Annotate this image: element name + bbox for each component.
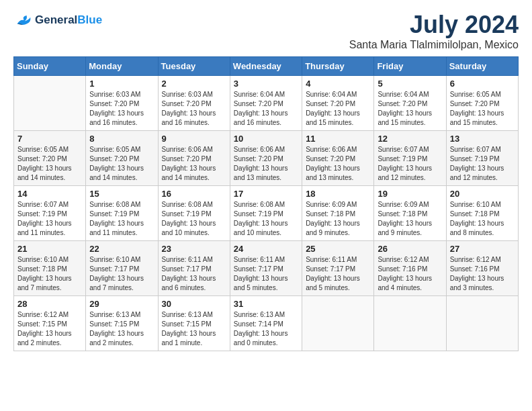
calendar-week-row: 1Sunrise: 6:03 AM Sunset: 7:20 PM Daylig… <box>14 76 519 131</box>
calendar-cell: 21Sunrise: 6:10 AM Sunset: 7:18 PM Dayli… <box>14 241 86 296</box>
calendar-cell: 18Sunrise: 6:09 AM Sunset: 7:18 PM Dayli… <box>302 186 374 241</box>
day-number: 16 <box>162 189 226 199</box>
day-info: Sunrise: 6:11 AM Sunset: 7:17 PM Dayligh… <box>162 255 226 293</box>
day-info: Sunrise: 6:04 AM Sunset: 7:20 PM Dayligh… <box>306 90 370 128</box>
day-number: 24 <box>234 244 298 254</box>
day-info: Sunrise: 6:08 AM Sunset: 7:19 PM Dayligh… <box>234 200 298 238</box>
calendar-cell: 28Sunrise: 6:12 AM Sunset: 7:15 PM Dayli… <box>14 296 86 351</box>
calendar-table: SundayMondayTuesdayWednesdayThursdayFrid… <box>13 56 519 351</box>
day-info: Sunrise: 6:09 AM Sunset: 7:18 PM Dayligh… <box>378 200 442 238</box>
day-info: Sunrise: 6:13 AM Sunset: 7:15 PM Dayligh… <box>89 310 154 348</box>
day-number: 5 <box>378 79 442 89</box>
day-number: 8 <box>89 134 154 144</box>
day-number: 11 <box>306 134 370 144</box>
day-info: Sunrise: 6:05 AM Sunset: 7:20 PM Dayligh… <box>17 145 82 183</box>
day-header-monday: Monday <box>86 57 158 76</box>
day-info: Sunrise: 6:06 AM Sunset: 7:20 PM Dayligh… <box>306 145 370 183</box>
day-number: 21 <box>17 244 82 254</box>
day-number: 27 <box>450 244 515 254</box>
calendar-cell: 14Sunrise: 6:07 AM Sunset: 7:19 PM Dayli… <box>14 186 86 241</box>
calendar-cell: 11Sunrise: 6:06 AM Sunset: 7:20 PM Dayli… <box>302 131 374 186</box>
day-number: 1 <box>89 79 154 89</box>
calendar-cell: 6Sunrise: 6:05 AM Sunset: 7:20 PM Daylig… <box>446 76 518 131</box>
day-number: 12 <box>378 134 442 144</box>
day-number: 9 <box>162 134 226 144</box>
day-number: 15 <box>89 189 154 199</box>
calendar-cell <box>302 296 374 351</box>
day-info: Sunrise: 6:11 AM Sunset: 7:17 PM Dayligh… <box>234 255 298 293</box>
calendar-cell: 9Sunrise: 6:06 AM Sunset: 7:20 PM Daylig… <box>158 131 230 186</box>
day-number: 20 <box>450 189 515 199</box>
calendar-cell: 8Sunrise: 6:05 AM Sunset: 7:20 PM Daylig… <box>86 131 158 186</box>
calendar-cell: 12Sunrise: 6:07 AM Sunset: 7:19 PM Dayli… <box>374 131 446 186</box>
calendar-cell: 4Sunrise: 6:04 AM Sunset: 7:20 PM Daylig… <box>302 76 374 131</box>
day-number: 31 <box>234 299 298 309</box>
day-number: 25 <box>306 244 370 254</box>
day-info: Sunrise: 6:04 AM Sunset: 7:20 PM Dayligh… <box>378 90 442 128</box>
calendar-cell: 27Sunrise: 6:12 AM Sunset: 7:16 PM Dayli… <box>446 241 518 296</box>
calendar-cell: 3Sunrise: 6:04 AM Sunset: 7:20 PM Daylig… <box>230 76 302 131</box>
page-header: GeneralBlue July 2024 Santa Maria Tlalmi… <box>13 11 519 51</box>
title-section: July 2024 Santa Maria Tlalmimilolpan, Me… <box>349 11 519 51</box>
calendar-week-row: 28Sunrise: 6:12 AM Sunset: 7:15 PM Dayli… <box>14 296 519 351</box>
day-number: 13 <box>450 134 515 144</box>
calendar-cell: 26Sunrise: 6:12 AM Sunset: 7:16 PM Dayli… <box>374 241 446 296</box>
calendar-cell: 30Sunrise: 6:13 AM Sunset: 7:15 PM Dayli… <box>158 296 230 351</box>
day-header-sunday: Sunday <box>14 57 86 76</box>
day-number: 10 <box>234 134 298 144</box>
calendar-week-row: 21Sunrise: 6:10 AM Sunset: 7:18 PM Dayli… <box>14 241 519 296</box>
logo-icon <box>13 11 32 30</box>
calendar-cell: 13Sunrise: 6:07 AM Sunset: 7:19 PM Dayli… <box>446 131 518 186</box>
day-number: 4 <box>306 79 370 89</box>
day-info: Sunrise: 6:13 AM Sunset: 7:15 PM Dayligh… <box>162 310 226 348</box>
day-header-wednesday: Wednesday <box>230 57 302 76</box>
day-number: 6 <box>450 79 515 89</box>
calendar-week-row: 7Sunrise: 6:05 AM Sunset: 7:20 PM Daylig… <box>14 131 519 186</box>
day-number: 23 <box>162 244 226 254</box>
location-subtitle: Santa Maria Tlalmimilolpan, Mexico <box>349 39 519 51</box>
day-info: Sunrise: 6:09 AM Sunset: 7:18 PM Dayligh… <box>306 200 370 238</box>
day-info: Sunrise: 6:07 AM Sunset: 7:19 PM Dayligh… <box>378 145 442 183</box>
day-info: Sunrise: 6:08 AM Sunset: 7:19 PM Dayligh… <box>89 200 154 238</box>
calendar-week-row: 14Sunrise: 6:07 AM Sunset: 7:19 PM Dayli… <box>14 186 519 241</box>
calendar-cell: 31Sunrise: 6:13 AM Sunset: 7:14 PM Dayli… <box>230 296 302 351</box>
day-info: Sunrise: 6:12 AM Sunset: 7:16 PM Dayligh… <box>378 255 442 293</box>
day-info: Sunrise: 6:07 AM Sunset: 7:19 PM Dayligh… <box>450 145 515 183</box>
calendar-cell: 5Sunrise: 6:04 AM Sunset: 7:20 PM Daylig… <box>374 76 446 131</box>
calendar-cell: 16Sunrise: 6:08 AM Sunset: 7:19 PM Dayli… <box>158 186 230 241</box>
day-info: Sunrise: 6:10 AM Sunset: 7:18 PM Dayligh… <box>17 255 82 293</box>
month-title: July 2024 <box>349 11 519 39</box>
calendar-cell <box>14 76 86 131</box>
day-info: Sunrise: 6:12 AM Sunset: 7:15 PM Dayligh… <box>17 310 82 348</box>
day-info: Sunrise: 6:10 AM Sunset: 7:17 PM Dayligh… <box>89 255 154 293</box>
day-number: 17 <box>234 189 298 199</box>
day-info: Sunrise: 6:10 AM Sunset: 7:18 PM Dayligh… <box>450 200 515 238</box>
calendar-cell: 7Sunrise: 6:05 AM Sunset: 7:20 PM Daylig… <box>14 131 86 186</box>
day-number: 18 <box>306 189 370 199</box>
calendar-cell <box>446 296 518 351</box>
day-number: 22 <box>89 244 154 254</box>
calendar-cell: 25Sunrise: 6:11 AM Sunset: 7:17 PM Dayli… <box>302 241 374 296</box>
day-info: Sunrise: 6:04 AM Sunset: 7:20 PM Dayligh… <box>234 90 298 128</box>
day-number: 19 <box>378 189 442 199</box>
day-info: Sunrise: 6:08 AM Sunset: 7:19 PM Dayligh… <box>162 200 226 238</box>
day-header-saturday: Saturday <box>446 57 518 76</box>
calendar-cell: 17Sunrise: 6:08 AM Sunset: 7:19 PM Dayli… <box>230 186 302 241</box>
day-info: Sunrise: 6:12 AM Sunset: 7:16 PM Dayligh… <box>450 255 515 293</box>
calendar-cell: 1Sunrise: 6:03 AM Sunset: 7:20 PM Daylig… <box>86 76 158 131</box>
day-number: 2 <box>162 79 226 89</box>
calendar-cell: 23Sunrise: 6:11 AM Sunset: 7:17 PM Dayli… <box>158 241 230 296</box>
calendar-cell: 29Sunrise: 6:13 AM Sunset: 7:15 PM Dayli… <box>86 296 158 351</box>
calendar-cell <box>374 296 446 351</box>
logo: GeneralBlue <box>13 11 102 30</box>
day-info: Sunrise: 6:05 AM Sunset: 7:20 PM Dayligh… <box>89 145 154 183</box>
day-header-thursday: Thursday <box>302 57 374 76</box>
calendar-cell: 24Sunrise: 6:11 AM Sunset: 7:17 PM Dayli… <box>230 241 302 296</box>
day-number: 14 <box>17 189 82 199</box>
calendar-cell: 2Sunrise: 6:03 AM Sunset: 7:20 PM Daylig… <box>158 76 230 131</box>
day-info: Sunrise: 6:03 AM Sunset: 7:20 PM Dayligh… <box>89 90 154 128</box>
calendar-cell: 19Sunrise: 6:09 AM Sunset: 7:18 PM Dayli… <box>374 186 446 241</box>
calendar-cell: 20Sunrise: 6:10 AM Sunset: 7:18 PM Dayli… <box>446 186 518 241</box>
day-number: 3 <box>234 79 298 89</box>
day-number: 7 <box>17 134 82 144</box>
